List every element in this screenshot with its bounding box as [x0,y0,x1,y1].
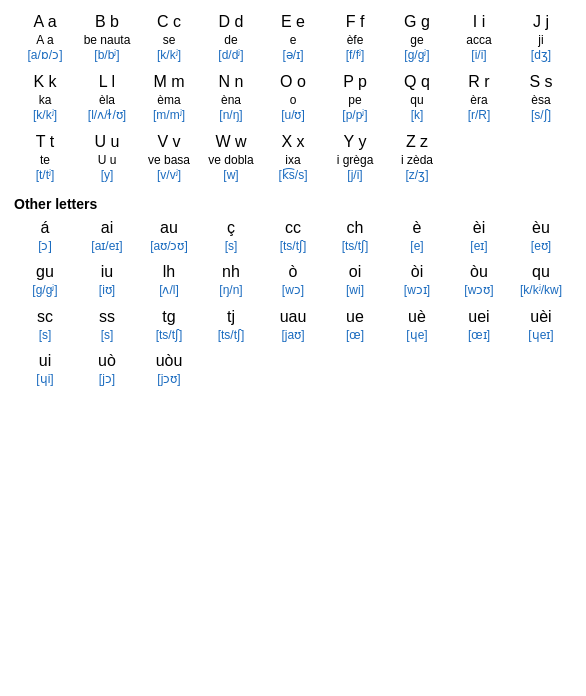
letter-ipa: [k͡s/s] [264,168,322,184]
letter-cell: O oo[u/ʊ] [262,70,324,126]
letter-desc: ve dobla [202,153,260,169]
letter-cell: Q qqu[k] [386,70,448,126]
letter-ipa: [t/tʲ] [16,168,74,184]
letter-ipa: [g/gʲ] [388,48,446,64]
letter-ipa: [j/i] [326,168,384,184]
letter-cell: P ppe[p/pʲ] [324,70,386,126]
letter-ipa: [œɪ] [450,328,508,344]
letter-desc: èma [140,93,198,109]
letter-cell: ue[œ] [324,305,386,345]
letter-ipa: [wɔ] [264,283,322,299]
letter-cell: òi[wɔɪ] [386,260,448,300]
letter-ipa: [eɪ] [450,239,508,255]
letter-cell [324,349,386,389]
letter-ipa: [jɔʊ] [140,372,198,388]
letter-cell: D dde[d/dʲ] [200,10,262,66]
letter-cell: ch[ts/tʃ] [324,216,386,256]
letter-ipa: [a/ɒ/ɔ] [16,48,74,64]
letter-cell: ai[aɪ/eɪ] [76,216,138,256]
letter-cell: tg[ts/tʃ] [138,305,200,345]
letter-main: sc [16,307,74,328]
letter-ipa: [ʌ/l] [140,283,198,299]
letter-cell: èi[eɪ] [448,216,510,256]
letter-main: T t [16,132,74,153]
letter-cell [510,130,572,186]
letter-main: ui [16,351,74,372]
letter-ipa: [ts/tʃ] [202,328,260,344]
letter-cell: è[e] [386,216,448,256]
letter-ipa: [y] [78,168,136,184]
letter-main: èi [450,218,508,239]
letter-main: iu [78,262,136,283]
letter-cell: C cse[k/kʲ] [138,10,200,66]
letter-main: M m [140,72,198,93]
letter-cell: ç[s] [200,216,262,256]
letter-ipa: [ɥe] [388,328,446,344]
letter-ipa: [k/kʲ] [140,48,198,64]
letter-cell: T tte[t/tʲ] [14,130,76,186]
letter-main: V v [140,132,198,153]
letter-main: E e [264,12,322,33]
letter-cell: N nèna[n/ŋ] [200,70,262,126]
alphabet-section: A aA a[a/ɒ/ɔ]B bbe nauta[b/bʲ]C cse[k/kʲ… [14,10,572,190]
letter-cell: U uU u[y] [76,130,138,186]
letter-cell: nh[ŋ/n] [200,260,262,300]
letter-main: uèi [512,307,570,328]
letter-cell: I iacca[i/i] [448,10,510,66]
letter-ipa: [ts/tʃ] [326,239,384,255]
letter-cell: M mèma[m/mʲ] [138,70,200,126]
letter-cell: Y yi grèga[j/i] [324,130,386,186]
letter-main: P p [326,72,384,93]
letter-desc: de [202,33,260,49]
letter-cell [510,349,572,389]
letter-ipa: [ts/tʃ] [140,328,198,344]
letter-main: K k [16,72,74,93]
letter-cell: oi[wi] [324,260,386,300]
letter-ipa: [ŋ/n] [202,283,260,299]
letter-ipa: [b/bʲ] [78,48,136,64]
letter-ipa: [ə/ɪ] [264,48,322,64]
letter-main: uòu [140,351,198,372]
letter-cell [262,349,324,389]
letter-main: F f [326,12,384,33]
letter-ipa: [u/ʊ] [264,108,322,124]
letter-cell [386,349,448,389]
letter-main: S s [512,72,570,93]
letter-main: gu [16,262,74,283]
letter-desc: e [264,33,322,49]
letter-ipa: [wɔɪ] [388,283,446,299]
letter-ipa: [dʒ] [512,48,570,64]
letter-desc: qu [388,93,446,109]
letter-desc: èsa [512,93,570,109]
letter-ipa: [s] [16,328,74,344]
letter-cell: uei[œɪ] [448,305,510,345]
letter-desc: acca [450,33,508,49]
letter-desc: èla [78,93,136,109]
letter-main: J j [512,12,570,33]
letter-ipa: [w] [202,168,260,184]
letter-cell: uè[ɥe] [386,305,448,345]
letter-main: òu [450,262,508,283]
letter-ipa: [ɔ] [16,239,74,255]
letter-main: uei [450,307,508,328]
letter-main: òi [388,262,446,283]
letter-ipa: [k/kʲ/kw] [512,283,570,299]
other-letters-table: á[ɔ]ai[aɪ/eɪ]au[aʊ/ɔʊ]ç[s]cc[ts/tʃ]ch[ts… [14,216,572,394]
letter-cell: ss[s] [76,305,138,345]
letter-main: á [16,218,74,239]
letter-main: ss [78,307,136,328]
letter-ipa: [k] [388,108,446,124]
letter-main: lh [140,262,198,283]
letter-ipa: [m/mʲ] [140,108,198,124]
letter-main: A a [16,12,74,33]
letter-ipa: [z/ʒ] [388,168,446,184]
letter-main: uau [264,307,322,328]
letter-desc: i grèga [326,153,384,169]
letter-main: B b [78,12,136,33]
letter-cell: E ee[ə/ɪ] [262,10,324,66]
letter-cell: au[aʊ/ɔʊ] [138,216,200,256]
letter-cell: iu[iʊ] [76,260,138,300]
letter-main: Z z [388,132,446,153]
letter-cell: tj[ts/tʃ] [200,305,262,345]
letter-ipa: [s] [202,239,260,255]
